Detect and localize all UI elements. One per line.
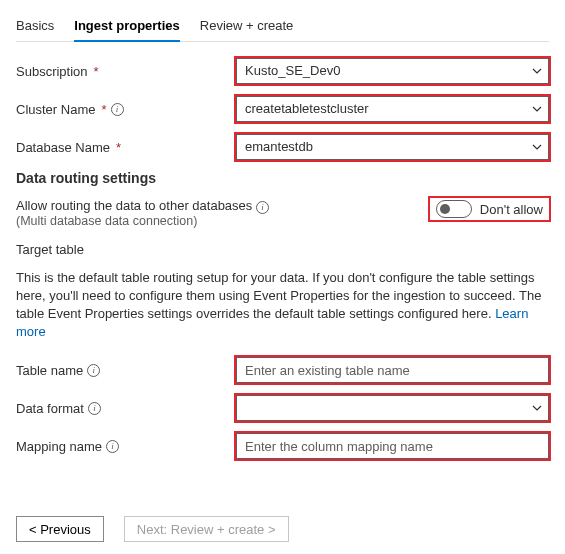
- row-subscription: Subscription * Kusto_SE_Dev0: [16, 56, 549, 86]
- allow-routing-label: Allow routing the data to other database…: [16, 198, 252, 213]
- row-table-name: Table name i: [16, 355, 549, 385]
- info-icon[interactable]: i: [111, 103, 124, 116]
- tab-ingest-properties[interactable]: Ingest properties: [74, 12, 179, 41]
- info-icon[interactable]: i: [88, 402, 101, 415]
- required-asterisk: *: [101, 102, 106, 117]
- data-format-label: Data format: [16, 401, 84, 416]
- tab-bar: Basics Ingest properties Review + create: [16, 12, 549, 42]
- cluster-name-value: createtabletestcluster: [245, 101, 369, 116]
- row-database-name: Database Name * emantestdb: [16, 132, 549, 162]
- table-name-input[interactable]: [236, 357, 549, 383]
- subscription-value: Kusto_SE_Dev0: [245, 63, 340, 78]
- required-asterisk: *: [116, 140, 121, 155]
- table-name-label: Table name: [16, 363, 83, 378]
- tab-basics[interactable]: Basics: [16, 12, 54, 41]
- row-cluster-name: Cluster Name * i createtabletestcluster: [16, 94, 549, 124]
- allow-routing-sublabel: (Multi database data connection): [16, 214, 269, 228]
- cluster-name-select[interactable]: createtabletestcluster: [236, 96, 549, 122]
- database-name-select[interactable]: emantestdb: [236, 134, 549, 160]
- info-icon[interactable]: i: [106, 440, 119, 453]
- subscription-select[interactable]: Kusto_SE_Dev0: [236, 58, 549, 84]
- mapping-name-label: Mapping name: [16, 439, 102, 454]
- info-icon[interactable]: i: [256, 201, 269, 214]
- database-name-value: emantestdb: [245, 139, 313, 154]
- subscription-label: Subscription: [16, 64, 88, 79]
- data-format-select[interactable]: [236, 395, 549, 421]
- target-table-heading: Target table: [16, 242, 549, 257]
- cluster-name-label: Cluster Name: [16, 102, 95, 117]
- description-text: This is the default table routing setup …: [16, 270, 541, 321]
- toggle-state-label: Don't allow: [480, 202, 543, 217]
- info-icon[interactable]: i: [87, 364, 100, 377]
- row-data-format: Data format i: [16, 393, 549, 423]
- required-asterisk: *: [94, 64, 99, 79]
- database-name-label: Database Name: [16, 140, 110, 155]
- allow-routing-toggle[interactable]: [436, 200, 472, 218]
- mapping-name-input[interactable]: [236, 433, 549, 459]
- tab-review-create[interactable]: Review + create: [200, 12, 294, 41]
- data-routing-heading: Data routing settings: [16, 170, 549, 186]
- row-mapping-name: Mapping name i: [16, 431, 549, 461]
- target-table-description: This is the default table routing setup …: [16, 269, 549, 342]
- row-allow-routing: Allow routing the data to other database…: [16, 198, 549, 228]
